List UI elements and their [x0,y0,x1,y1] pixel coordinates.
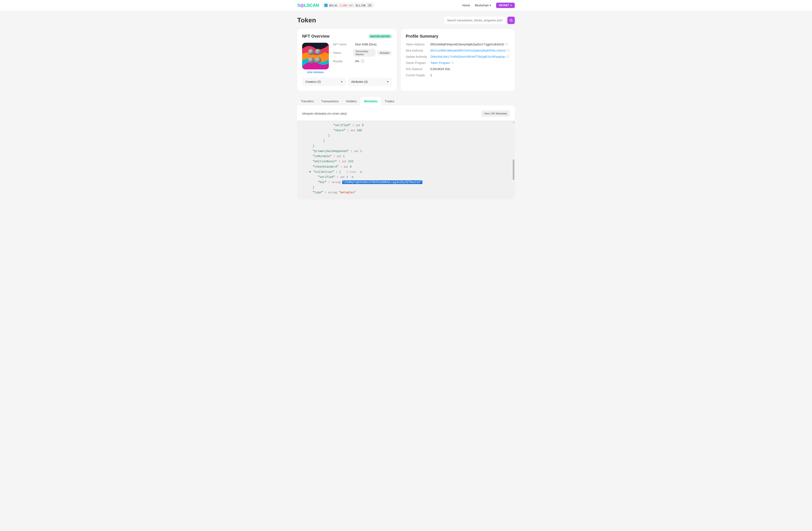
copy-icon[interactable] [451,61,454,64]
svg-rect-20 [508,50,509,51]
chevron-down-icon [510,5,512,6]
clipboard-icon[interactable]: ⧉ [360,170,362,173]
mc-value: $11.23B [356,4,365,7]
tab-metadata[interactable]: Metadata [360,97,381,106]
nft-image [302,43,329,69]
svg-rect-22 [452,62,453,64]
scroll-up-arrow[interactable]: ▲ [513,121,514,124]
status-pill-secondary: Secondary Market [353,49,376,57]
update-authority-label: Update Authority [406,55,431,58]
nft-name-label: NFT name [333,43,355,46]
top-header: S◎LSCAN $31.42 -1.18% MC: $11.23B #9 Hom… [0,0,812,11]
json-viewer[interactable]: ▲ "verified" : int 0 "share" : int 100 }… [297,121,515,199]
svg-point-0 [510,19,512,22]
chevron-down-icon [341,81,343,82]
nft-overview-title: NFT Overview [302,34,330,39]
search-icon [509,18,513,22]
token-address-label: Token Address [406,43,431,46]
svg-point-18 [319,60,319,61]
metadata-title: Metaplex Metadata (on-chain data) [302,112,347,115]
nav-blockchain[interactable]: Blockchain [475,4,491,7]
attributes-dropdown[interactable]: Attributes (4) [348,78,392,86]
copy-icon[interactable] [505,43,508,46]
price-pill: $31.42 -1.18% MC: $11.23B #9 [322,2,374,8]
chevron-down-icon [490,5,491,6]
svg-line-1 [512,21,512,22]
tab-holders[interactable]: Holders [342,97,360,106]
mint-authority-label: Mint Authority [406,49,431,52]
json-selected-value: "25UMqfoQkhCRAtkf9R2Fm38NVULrpg3o2Hy2GTN… [342,180,422,184]
svg-point-14 [319,52,319,53]
profile-summary-title: Profile Summary [406,34,438,39]
clipboard-icon[interactable]: ⧉ [352,176,353,179]
nft-name-value: Dice #298 (Dice) [355,43,376,46]
page-title: Token [297,16,316,24]
master-edition-badge: MASTER EDITION [368,34,392,38]
attributes-label: Attributes (4) [351,80,367,83]
logo[interactable]: S◎LSCAN [297,3,319,8]
svg-point-11 [310,51,311,52]
status-pill-mutable: Mutable [377,51,392,55]
update-authority-link[interactable]: DWwXMLRet17YuRAQHsxVi9F4vFT2bQajESxV8Fqv… [431,55,505,58]
chevron-down-icon [387,81,389,82]
royalty-label: Royalty [333,59,355,63]
creators-dropdown[interactable]: Creators (2) [302,78,346,86]
copy-icon[interactable] [507,49,510,52]
sol-balance-label: SOL Balance [406,67,431,71]
tabs-nav: Transfers Transactions Holders Metadata … [297,97,515,106]
svg-point-12 [311,52,313,53]
tab-trades[interactable]: Trades [381,97,398,106]
svg-point-10 [315,57,321,63]
view-uri-metadata-button[interactable]: View URI Metadata [481,110,510,117]
mint-authority-link[interactable]: 8KV1vmfhBv3Mmp62MPcCKPceZpabso84yEtFdoLU… [431,49,506,52]
metadata-panel: Metaplex Metadata (on-chain data) View U… [297,106,515,199]
network-label: DEVNET [499,4,509,7]
copy-icon[interactable] [507,55,509,58]
svg-rect-19 [506,44,508,45]
token-address-value: EEhu5ANqP3Xpcm8J1bmqYqdAZeaSrzY71gpVnJk4… [431,43,504,46]
owner-program-link[interactable]: Token Program [431,61,450,65]
network-select-button[interactable]: DEVNET [496,3,515,8]
mc-label: MC: [349,4,354,7]
tab-transactions[interactable]: Transactions [318,97,342,106]
creators-label: Creators (2) [305,80,321,83]
price-value: $31.42 [329,4,337,7]
sol-balance-value: 0.0014616 SOL [431,67,451,71]
svg-point-4 [308,49,314,55]
search-input[interactable] [444,17,506,24]
search-button[interactable] [507,17,515,24]
svg-rect-21 [508,56,509,57]
royalty-value: 0% [355,59,359,63]
help-icon[interactable]: ? [361,59,364,63]
page-header: Token [0,11,812,29]
rank-badge: #9 [367,4,372,7]
current-supply-label: Current Supply [406,73,431,77]
view-original-link[interactable]: VIEW ORIGINAL [307,71,324,73]
svg-point-17 [317,59,318,60]
price-change: -1.18% [339,4,348,7]
current-supply-value: 1 [431,73,432,77]
nav-blockchain-label: Blockchain [475,4,489,7]
sol-icon [324,4,328,7]
tab-transfers[interactable]: Transfers [297,97,318,106]
svg-point-16 [311,60,313,61]
profile-summary-card: Profile Summary Token Address EEhu5ANqP3… [401,29,515,91]
status-label: Status [333,51,353,54]
scrollbar-thumb[interactable] [513,159,514,180]
svg-point-8 [308,57,314,63]
svg-point-15 [310,59,311,60]
nav-home[interactable]: Home [462,4,470,7]
svg-point-6 [315,49,321,55]
nft-overview-card: NFT Overview MASTER EDITION [297,29,397,91]
owner-program-label: Owner Program [406,61,431,65]
svg-point-13 [317,51,318,52]
json-collapse-toggle[interactable]: ▼ [309,169,311,174]
